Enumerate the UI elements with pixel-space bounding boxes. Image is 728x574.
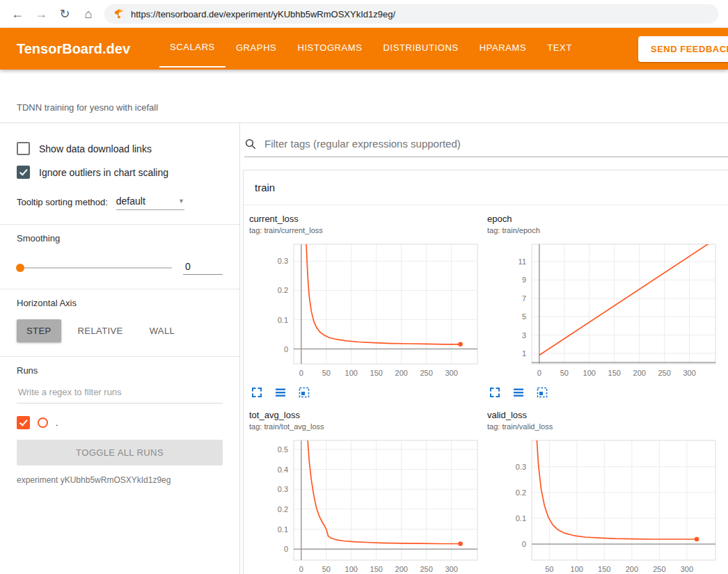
experiment-caption: experiment yKUbhb5wRmOSXYkId1z9eg xyxy=(17,475,223,485)
log-scale-icon[interactable] xyxy=(274,386,287,399)
tag-filter-row xyxy=(244,137,728,157)
run-name: . xyxy=(56,417,58,428)
tab-scalars[interactable]: SCALARS xyxy=(159,28,225,67)
show-download-links-label: Show data download links xyxy=(39,143,152,154)
run-row[interactable]: . xyxy=(17,416,223,429)
axis-button-step[interactable]: STEP xyxy=(17,319,61,342)
svg-text:0.1: 0.1 xyxy=(278,316,288,324)
svg-text:250: 250 xyxy=(420,369,432,377)
svg-text:0: 0 xyxy=(284,545,288,553)
browser-home-icon[interactable]: ⌂ xyxy=(81,8,96,20)
svg-text:300: 300 xyxy=(445,369,457,377)
line-chart[interactable]: 5010015020025030000.10.20.3 xyxy=(487,438,721,574)
chart-tag: tag: train/epoch xyxy=(487,226,721,234)
tensorboard-favicon xyxy=(113,8,125,19)
chart-card-tot_avg_loss: tot_avg_losstag: train/tot_avg_loss05010… xyxy=(249,410,483,574)
svg-text:0.3: 0.3 xyxy=(516,463,526,471)
axis-button-wall[interactable]: WALL xyxy=(140,319,185,342)
show-download-links-checkbox[interactable] xyxy=(17,142,30,155)
smoothing-slider-row: 0 xyxy=(17,261,223,275)
browser-reload-icon[interactable]: ↻ xyxy=(57,8,72,20)
brand-title: TensorBoard.dev xyxy=(17,41,130,57)
tab-histograms[interactable]: HISTOGRAMS xyxy=(287,28,372,67)
browser-chrome: ← → ↻ ⌂ https://tensorboard.dev/experime… xyxy=(0,0,728,28)
svg-text:50: 50 xyxy=(322,565,331,573)
svg-text:100: 100 xyxy=(345,565,358,573)
tag-group-card: train current_losstag: train/current_los… xyxy=(243,170,728,574)
svg-text:200: 200 xyxy=(395,369,408,377)
svg-text:50: 50 xyxy=(545,565,553,573)
chart-title: epoch xyxy=(487,214,721,224)
settings-sidebar: Show data download links Ignore outliers… xyxy=(0,123,240,574)
svg-text:1: 1 xyxy=(522,349,526,358)
chevron-down-icon: ▼ xyxy=(178,198,184,205)
svg-text:0: 0 xyxy=(537,369,541,377)
svg-text:0.2: 0.2 xyxy=(516,488,526,497)
smoothing-slider[interactable] xyxy=(17,267,172,269)
browser-back-icon[interactable]: ← xyxy=(10,8,25,20)
address-bar[interactable]: https://tensorboard.dev/experiment/yKUbh… xyxy=(104,4,718,24)
tab-hparams[interactable]: HPARAMS xyxy=(469,28,537,67)
svg-text:0: 0 xyxy=(522,540,526,548)
svg-text:200: 200 xyxy=(395,565,408,573)
run-color-swatch xyxy=(38,417,48,428)
runs-section: Runs . TOGGLE ALL RUNS experiment yKUbhb… xyxy=(0,357,239,499)
app-header: TensorBoard.dev SCALARSGRAPHSHISTOGRAMSD… xyxy=(0,28,728,70)
svg-text:5: 5 xyxy=(522,312,526,321)
tag-filter-input[interactable] xyxy=(263,137,728,150)
expand-icon[interactable] xyxy=(489,386,501,399)
tooltip-sorting-row: Tooltip sorting method: default ▼ xyxy=(17,196,223,210)
search-icon xyxy=(244,138,257,150)
svg-text:0: 0 xyxy=(299,565,303,573)
chart-title: current_loss xyxy=(249,214,483,224)
svg-text:0.1: 0.1 xyxy=(278,525,288,534)
chart-card-epoch: epochtag: train/epoch0501001502002503001… xyxy=(487,214,721,400)
tooltip-sorting-dropdown[interactable]: default ▼ xyxy=(116,196,184,210)
tab-graphs[interactable]: GRAPHS xyxy=(225,28,287,67)
axis-buttons: STEPRELATIVEWALL xyxy=(17,319,223,342)
browser-forward-icon[interactable]: → xyxy=(33,8,49,20)
smoothing-value[interactable]: 0 xyxy=(183,261,223,275)
ignore-outliers-label: Ignore outliers in chart scaling xyxy=(39,167,168,178)
svg-text:7: 7 xyxy=(522,294,526,303)
fit-domain-icon[interactable] xyxy=(298,386,310,399)
smoothing-section: Smoothing 0 xyxy=(0,225,239,289)
svg-text:200: 200 xyxy=(626,565,638,573)
svg-text:0: 0 xyxy=(284,345,288,353)
svg-text:100: 100 xyxy=(345,369,358,377)
svg-text:0.3: 0.3 xyxy=(278,257,288,265)
slider-knob[interactable] xyxy=(16,264,24,272)
ignore-outliers-checkbox[interactable] xyxy=(17,166,30,179)
chart-tag: tag: train/valid_loss xyxy=(487,422,721,431)
runs-filter-input[interactable] xyxy=(17,386,225,398)
ignore-outliers-row[interactable]: Ignore outliers in chart scaling xyxy=(17,166,223,179)
axis-button-relative[interactable]: RELATIVE xyxy=(68,319,133,342)
tab-text[interactable]: TEXT xyxy=(537,28,583,67)
expand-icon[interactable] xyxy=(251,386,263,399)
line-chart[interactable]: 0501001502002503001357911 xyxy=(487,241,721,382)
toggle-all-runs-button[interactable]: TOGGLE ALL RUNS xyxy=(17,440,223,465)
line-chart[interactable]: 05010015020025030000.10.20.3 xyxy=(249,241,483,382)
tab-distributions[interactable]: DISTRIBUTIONS xyxy=(373,28,469,67)
experiment-header: TDNN training for yesno with icefall xyxy=(0,70,728,123)
chart-toolbar xyxy=(251,386,483,399)
send-feedback-button[interactable]: SEND FEEDBACK xyxy=(638,36,728,62)
line-chart[interactable]: 05010015020025030000.10.20.30.40.5 xyxy=(249,438,483,574)
tag-group-header[interactable]: train xyxy=(244,170,728,205)
svg-text:200: 200 xyxy=(633,369,646,377)
svg-text:150: 150 xyxy=(608,369,621,377)
url-text: https://tensorboard.dev/experiment/yKUbh… xyxy=(131,9,395,19)
svg-text:9: 9 xyxy=(522,276,526,284)
show-download-links-row[interactable]: Show data download links xyxy=(17,142,223,155)
svg-text:0.1: 0.1 xyxy=(516,514,526,523)
run-checkbox[interactable] xyxy=(17,416,30,429)
fit-domain-icon[interactable] xyxy=(536,386,548,399)
svg-text:0.3: 0.3 xyxy=(278,485,288,493)
chart-title: valid_loss xyxy=(487,410,721,420)
svg-text:250: 250 xyxy=(658,369,670,377)
general-settings-section: Show data download links Ignore outliers… xyxy=(0,123,239,225)
runs-filter xyxy=(17,385,223,404)
log-scale-icon[interactable] xyxy=(512,386,525,399)
chart-card-valid_loss: valid_losstag: train/valid_loss501001502… xyxy=(487,410,721,574)
chart-tag: tag: train/current_loss xyxy=(249,226,483,234)
